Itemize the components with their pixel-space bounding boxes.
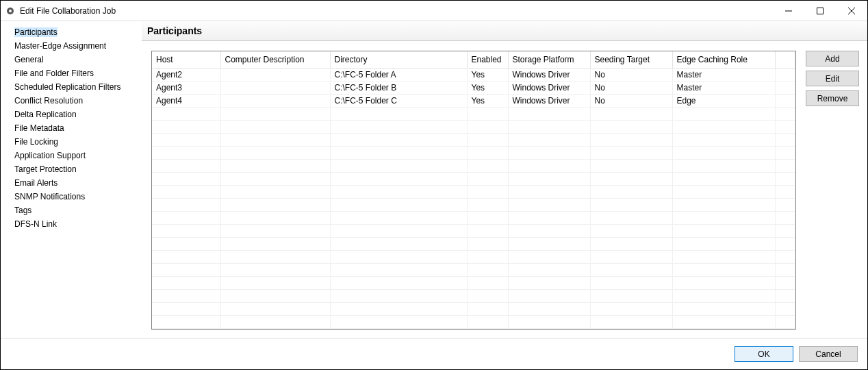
sidebar-item[interactable]: General [1, 53, 142, 66]
table-row-empty [152, 172, 795, 185]
sidebar-item[interactable]: Application Support [1, 149, 142, 162]
sidebar-item-label: Scheduled Replication Filters [14, 82, 120, 92]
cell-enabled: Yes [467, 94, 508, 107]
minimize-button[interactable] [773, 1, 804, 21]
svg-point-1 [9, 10, 12, 12]
sidebar-item[interactable]: Master-Edge Assignment [1, 39, 142, 53]
col-header-computer-desc[interactable]: Computer Description [220, 51, 330, 68]
titlebar-left: Edit File Collaboration Job [5, 5, 116, 16]
table-row-empty [152, 211, 795, 224]
table-row-empty [152, 302, 795, 315]
cell-host: Agent2 [152, 68, 220, 81]
maximize-button[interactable] [804, 1, 836, 21]
sidebar-item-label: File Metadata [14, 123, 64, 133]
sidebar-item-label: General [14, 55, 44, 64]
sidebar-item-label: Email Alerts [14, 178, 58, 188]
cell-role: Master [672, 68, 775, 81]
sidebar-item[interactable]: Delta Replication [1, 108, 142, 121]
cell-desc [220, 81, 330, 94]
table-row[interactable]: Agent4C:\FC-5 Folder CYesWindows DriverN… [152, 94, 795, 107]
table-row-empty [152, 185, 795, 198]
table-row[interactable]: Agent3C:\FC-5 Folder BYesWindows DriverN… [152, 81, 795, 94]
cell-dir: C:\FC-5 Folder A [330, 68, 467, 81]
sidebar-item[interactable]: Participants [1, 25, 142, 39]
sidebar-item-label: Target Protection [14, 164, 77, 174]
sidebar-item-label: Application Support [14, 151, 86, 160]
col-header-spacer [775, 51, 795, 68]
participants-table[interactable]: Host Computer Description Directory Enab… [151, 51, 796, 330]
edit-button[interactable]: Edit [806, 71, 859, 86]
content: Participants Host Computer Description D… [142, 21, 867, 338]
table-row[interactable]: Agent2C:\FC-5 Folder AYesWindows DriverN… [152, 68, 795, 81]
sidebar-item[interactable]: Conflict Resolution [1, 94, 142, 108]
svg-rect-3 [817, 8, 824, 14]
sidebar-item-label: Participants [14, 27, 58, 37]
window-title: Edit File Collaboration Job [20, 6, 116, 16]
cell-storage: Windows Driver [508, 81, 590, 94]
col-header-storage-platform[interactable]: Storage Platform [508, 51, 590, 68]
footer: OK Cancel [1, 338, 867, 369]
table-row-empty [152, 237, 795, 250]
sidebar-item[interactable]: Target Protection [1, 162, 142, 176]
cell-spacer [775, 81, 795, 94]
side-buttons: Add Edit Remove [806, 51, 859, 330]
titlebar: Edit File Collaboration Job [1, 1, 867, 21]
page-title: Participants [142, 21, 867, 41]
cancel-button[interactable]: Cancel [799, 346, 858, 362]
sidebar-item[interactable]: Tags [1, 204, 142, 217]
table-row-empty [152, 198, 795, 211]
table-header-row: Host Computer Description Directory Enab… [152, 51, 795, 68]
table-row-empty [152, 120, 795, 133]
sidebar-item-label: SNMP Notifications [14, 192, 85, 201]
col-header-enabled[interactable]: Enabled [467, 51, 508, 68]
add-button[interactable]: Add [806, 51, 859, 66]
sidebar-item[interactable]: File Metadata [1, 121, 142, 135]
sidebar-item-label: DFS-N Link [14, 219, 57, 229]
sidebar-item-label: Conflict Resolution [14, 96, 83, 106]
table-row-empty [152, 289, 795, 302]
ok-button[interactable]: OK [735, 346, 793, 362]
sidebar-item-label: Delta Replication [14, 110, 77, 119]
sidebar-item[interactable]: Email Alerts [1, 176, 142, 190]
cell-storage: Windows Driver [508, 94, 590, 107]
close-button[interactable] [836, 1, 867, 21]
cell-role: Master [672, 81, 775, 94]
cell-enabled: Yes [467, 68, 508, 81]
cell-desc [220, 94, 330, 107]
cell-spacer [775, 94, 795, 107]
col-header-host[interactable]: Host [152, 51, 220, 68]
cell-dir: C:\FC-5 Folder B [330, 81, 467, 94]
sidebar-item[interactable]: File and Folder Filters [1, 66, 142, 80]
col-header-edge-caching-role[interactable]: Edge Caching Role [672, 51, 775, 68]
sidebar-item[interactable]: DFS-N Link [1, 217, 142, 231]
remove-button[interactable]: Remove [806, 90, 859, 106]
col-header-directory[interactable]: Directory [330, 51, 467, 68]
table-row-empty [152, 315, 795, 328]
cell-storage: Windows Driver [508, 68, 590, 81]
cell-dir: C:\FC-5 Folder C [330, 94, 467, 107]
sidebar-item-label: Master-Edge Assignment [14, 41, 106, 51]
cell-host: Agent4 [152, 94, 220, 107]
sidebar-item[interactable]: SNMP Notifications [1, 190, 142, 204]
sidebar-item-label: Tags [14, 206, 31, 215]
col-header-seeding-target[interactable]: Seeding Target [590, 51, 672, 68]
sidebar-item[interactable]: File Locking [1, 135, 142, 149]
cell-spacer [775, 68, 795, 81]
cell-enabled: Yes [467, 81, 508, 94]
cell-host: Agent3 [152, 81, 220, 94]
table-row-empty [152, 159, 795, 172]
table-row-empty [152, 107, 795, 120]
app-icon [5, 5, 16, 16]
table-row-empty [152, 146, 795, 159]
content-body: Host Computer Description Directory Enab… [142, 41, 867, 338]
cell-seeding: No [590, 94, 672, 107]
table-row-empty [152, 250, 795, 263]
sidebar-item[interactable]: Scheduled Replication Filters [1, 80, 142, 94]
table-row-empty [152, 133, 795, 146]
body: ParticipantsMaster-Edge AssignmentGenera… [1, 21, 867, 338]
table-row-empty [152, 263, 795, 276]
cell-role: Edge [672, 94, 775, 107]
cell-seeding: No [590, 68, 672, 81]
table-row-empty [152, 276, 795, 289]
sidebar-item-label: File and Folder Filters [14, 69, 94, 78]
